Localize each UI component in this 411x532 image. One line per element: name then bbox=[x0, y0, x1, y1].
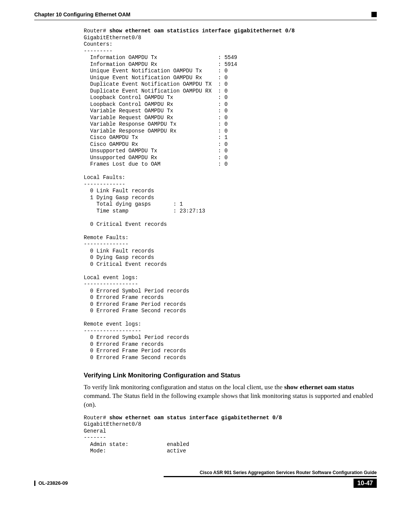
section-heading-verifying-link: Verifying Link Monitoring Configuration … bbox=[84, 372, 377, 379]
cli-prompt: Router# bbox=[84, 415, 109, 421]
section-paragraph: To verify link monitoring configuration … bbox=[84, 383, 377, 409]
chapter-label: Chapter 10 Configuring Ethernet OAM bbox=[34, 11, 131, 18]
page-header: Chapter 10 Configuring Ethernet OAM bbox=[34, 11, 377, 18]
para-post: command. The Status field in the followi… bbox=[84, 392, 373, 408]
header-marker-icon bbox=[371, 12, 377, 17]
para-pre: To verify link monitoring configuration … bbox=[84, 383, 284, 391]
footer-top-row: Cisco ASR 901 Series Aggregation Service… bbox=[164, 470, 377, 477]
cli-output-body: GigabitEthernet0/8 General ------- Admin… bbox=[84, 421, 189, 454]
para-command: show ethernet oam status bbox=[284, 383, 354, 391]
page-footer: Cisco ASR 901 Series Aggregation Service… bbox=[34, 470, 377, 488]
doc-id: OL-23826-09 bbox=[34, 481, 68, 486]
footer-rule bbox=[164, 476, 377, 477]
page-container: Chapter 10 Configuring Ethernet OAM Rout… bbox=[0, 0, 411, 499]
cli-output-statistics: Router# show ethernet oam statistics int… bbox=[84, 28, 377, 361]
cli-prompt: Router# bbox=[84, 28, 109, 34]
cli-output-status: Router# show ethernet oam status interfa… bbox=[84, 415, 377, 455]
guide-title: Cisco ASR 901 Series Aggregation Service… bbox=[164, 470, 377, 475]
header-rule bbox=[34, 20, 377, 20]
page-content: Router# show ethernet oam statistics int… bbox=[84, 28, 377, 455]
cli-command: show ethernet oam statistics interface g… bbox=[109, 28, 295, 34]
page-number: 10-47 bbox=[354, 479, 377, 488]
cli-output-body: GigabitEthernet0/8 Counters: --------- I… bbox=[84, 35, 237, 361]
cli-command: show ethernet oam status interface gigab… bbox=[109, 415, 282, 421]
footer-bottom-row: OL-23826-09 10-47 bbox=[34, 479, 377, 488]
